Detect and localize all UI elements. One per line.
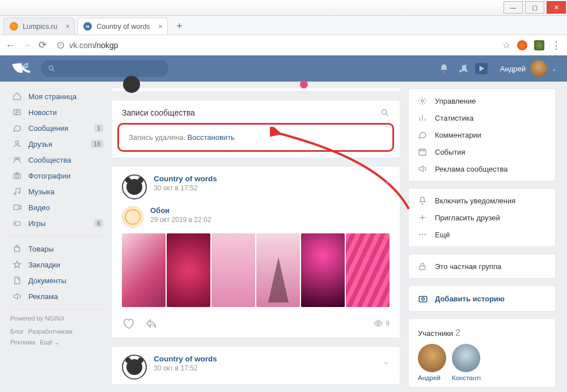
tab-title: Lumpics.ru [23, 23, 57, 31]
market-icon [12, 244, 23, 253]
browser-tab-lumpics[interactable]: Lumpics.ru × [3, 18, 75, 35]
footer-blog[interactable]: Блог [10, 328, 24, 335]
ritem-events[interactable]: События [409, 143, 555, 160]
share-button[interactable] [145, 317, 157, 330]
svg-point-6 [18, 157, 20, 160]
calendar-icon [418, 147, 428, 156]
user-avatar-icon[interactable] [534, 40, 544, 50]
nav-friends[interactable]: Друзья18 [10, 136, 103, 152]
post-date[interactable]: 30 окт в 17:52 [154, 364, 217, 372]
groups-icon [12, 155, 23, 164]
wall-post: Country of words 30 окт в 17:52 ⌄ [111, 346, 400, 385]
ritem-group-ads[interactable]: Реклама сообщества [409, 160, 555, 177]
svg-rect-20 [420, 266, 425, 270]
private-card: Это частная группа [408, 254, 556, 279]
gallery-image[interactable] [301, 233, 345, 307]
ritem-more[interactable]: Ещё [409, 226, 555, 243]
browser-tab-vk[interactable]: w Country of words × [77, 18, 167, 35]
nav-groups[interactable]: Сообщества [10, 152, 103, 168]
nav-reload-button[interactable]: ⟳ [39, 39, 46, 51]
member-name[interactable]: Константин [452, 374, 480, 381]
nav-bookmarks[interactable]: Закладки [10, 257, 103, 272]
nav-forward-button[interactable]: → [22, 40, 32, 51]
browser-menu-icon[interactable]: ⋮ [551, 39, 561, 52]
svg-point-5 [14, 157, 16, 160]
manage-card: Управление Статистика Комментарии Событи… [408, 88, 556, 181]
ritem-comments[interactable]: Комментарии [409, 126, 555, 143]
post-author[interactable]: Country of words [154, 174, 217, 183]
nav-news[interactable]: Новости [10, 104, 103, 120]
svg-point-18 [422, 234, 423, 235]
vk-search-input[interactable] [41, 60, 168, 77]
gallery-image[interactable] [211, 233, 255, 307]
svg-point-2 [49, 66, 53, 70]
vk-logo[interactable] [10, 61, 33, 76]
post-gallery [112, 233, 400, 313]
footer-dev[interactable]: Разработчикам [28, 328, 73, 335]
close-icon[interactable]: × [66, 22, 70, 31]
extension-icon[interactable] [517, 40, 527, 50]
nav-messages[interactable]: Сообщения1 [10, 120, 103, 136]
wall-search-icon[interactable] [380, 108, 390, 117]
window-minimize-button[interactable]: — [503, 1, 523, 14]
ritem-invite[interactable]: Пригласить друзей [409, 209, 555, 226]
games-icon [12, 219, 23, 228]
badge: 6 [94, 219, 103, 227]
group-avatar[interactable] [122, 355, 147, 380]
ads-icon [12, 292, 23, 301]
post-author[interactable]: Country of words [154, 355, 217, 363]
group-avatar[interactable] [122, 174, 147, 199]
vk-user-menu[interactable]: Андрей ⌄ [500, 60, 557, 77]
nav-back-button[interactable]: ← [6, 40, 15, 51]
restore-link[interactable]: Восстановить [188, 133, 235, 142]
footer-more[interactable]: Ещё ⌄ [40, 339, 60, 346]
post-views: 9 [374, 319, 390, 328]
nav-docs[interactable]: Документы [10, 272, 103, 288]
nav-my-page[interactable]: Моя страница [10, 88, 103, 104]
nav-video[interactable]: Видео [10, 199, 103, 215]
play-header-icon[interactable] [475, 63, 488, 74]
page-body: Моя страница Новости Сообщения1 Друзья18… [0, 82, 567, 392]
window-close-button[interactable]: ✕ [547, 1, 566, 14]
ritem-notify[interactable]: Включить уведомления [409, 192, 555, 209]
nav-market[interactable]: Товары [10, 241, 103, 257]
like-button[interactable] [122, 317, 134, 330]
address-field[interactable]: vk.com/nokgp [53, 41, 496, 50]
bookmark-star-icon[interactable]: ☆ [502, 40, 510, 50]
members-card: Участники2 Андрей Константин [408, 318, 556, 387]
ritem-stats[interactable]: Статистика [409, 109, 555, 126]
ritem-manage[interactable]: Управление [409, 92, 555, 109]
repost-date[interactable]: 29 окт 2019 в 22:02 [150, 216, 211, 224]
nav-games[interactable]: Игры6 [10, 215, 103, 231]
gallery-image[interactable] [167, 233, 210, 307]
member-avatar[interactable] [452, 344, 480, 372]
gallery-image[interactable] [122, 233, 166, 307]
window-maximize-button[interactable]: ▢ [525, 1, 544, 14]
site-info-icon[interactable] [57, 41, 65, 49]
docs-icon [12, 276, 23, 285]
gallery-image[interactable] [346, 233, 390, 307]
notifications-icon[interactable] [437, 63, 451, 74]
deleted-post-notice: Запись удалена. Восстановить [120, 125, 392, 150]
new-tab-button[interactable]: + [172, 19, 187, 33]
gallery-image[interactable] [256, 233, 300, 307]
svg-point-22 [422, 298, 425, 301]
member-name[interactable]: Андрей [418, 374, 446, 381]
post-menu-icon[interactable]: ⌄ [382, 356, 390, 367]
member-avatar[interactable] [418, 344, 446, 372]
ritem-add-story[interactable]: Добавить историю [409, 289, 555, 308]
close-icon[interactable]: × [158, 22, 163, 31]
repost-author[interactable]: Обои [150, 206, 211, 215]
members-title[interactable]: Участники [418, 329, 453, 338]
divider [10, 309, 103, 309]
nav-music[interactable]: Музыка [10, 184, 103, 199]
svg-point-10 [19, 192, 20, 194]
repost-avatar[interactable] [122, 206, 143, 228]
post-date[interactable]: 30 окт в 17:52 [154, 184, 217, 192]
post-menu-icon[interactable]: ⌄ [382, 176, 390, 186]
nav-ads[interactable]: Реклама [10, 288, 103, 304]
footer-ads[interactable]: Реклама [10, 339, 35, 346]
plus-icon [418, 213, 428, 222]
nav-photos[interactable]: Фотографии [10, 168, 103, 184]
music-header-icon[interactable] [456, 63, 471, 74]
